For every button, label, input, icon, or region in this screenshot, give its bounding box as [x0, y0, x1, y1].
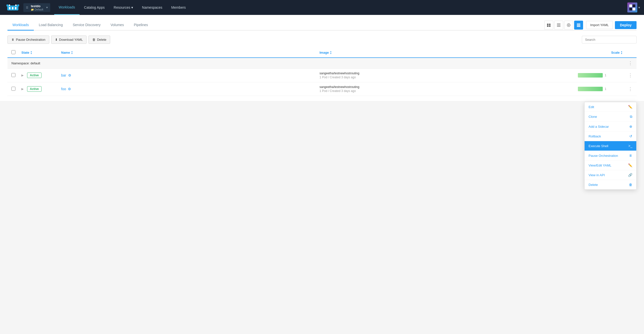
delete-icon: 🗑 [92, 38, 96, 41]
row-foo-menu-button[interactable]: ⋮ [622, 86, 632, 92]
foo-scale-bar [578, 87, 603, 91]
namespace-group-row: Namespace: default ⋮ [8, 58, 636, 69]
svg-rect-4 [12, 7, 14, 9]
row-bar-state-badge: Active [27, 72, 42, 78]
avatar-dropdown-arrow[interactable]: ▾ [638, 5, 640, 9]
delete-button[interactable]: 🗑 Delete [88, 35, 110, 44]
row-foo-scale: 1 [578, 87, 622, 91]
header-scale[interactable]: Scale ▲▼ [578, 51, 622, 55]
header-state[interactable]: State ▲▼ [22, 51, 61, 55]
header-checkbox-cell [12, 50, 22, 55]
view-table-icon[interactable] [574, 21, 583, 29]
deploy-button[interactable]: Deploy [615, 21, 636, 29]
name-sort-arrows: ▲▼ [71, 51, 73, 55]
top-navigation: ☰ testdo 📁 Default ▾ Workloads Catalog A… [0, 0, 644, 15]
svg-point-6 [9, 4, 10, 6]
header-image[interactable]: Image ▲▼ [320, 51, 578, 55]
view-list-icon[interactable] [554, 21, 563, 29]
nav-right: ▾ [627, 2, 640, 12]
bar-k8s-icon: ⚙ [68, 73, 72, 77]
svg-rect-18 [577, 26, 580, 27]
project-sub: 📁 Default [31, 8, 43, 11]
tab-workloads[interactable]: Workloads [8, 20, 34, 30]
row-bar-scale: 1 [578, 73, 622, 77]
nav-catalog-apps[interactable]: Catalog Apps [80, 0, 109, 15]
svg-rect-14 [557, 26, 560, 26]
namespace-label: Namespace: default [12, 61, 40, 65]
row-bar-state-cell: ▶ Active [22, 72, 61, 78]
tab-load-balancing[interactable]: Load Balancing [34, 20, 68, 30]
pause-icon: ⏸ [11, 38, 14, 41]
svg-rect-9 [549, 24, 550, 25]
nav-members[interactable]: Members [167, 0, 190, 15]
sub-navigation: Workloads Load Balancing Service Discove… [8, 20, 636, 30]
image-sort-arrows: ▲▼ [330, 51, 332, 55]
view-grouped-icon[interactable] [544, 21, 553, 29]
svg-rect-1 [6, 4, 8, 6]
scale-sort-arrows: ▲▼ [621, 51, 622, 55]
tab-volumes[interactable]: Volumes [106, 20, 129, 30]
row-bar-menu-button[interactable]: ⋮ [622, 72, 632, 78]
project-name: testdo [31, 4, 43, 8]
nav-items: Workloads Catalog Apps Resources ▾ Names… [54, 0, 627, 15]
namespace-menu-button[interactable]: ⋮ [628, 60, 632, 66]
row-bar-checkbox [12, 73, 22, 78]
row-foo-state-cell: ▶ Active [22, 86, 61, 92]
row-bar-select[interactable] [12, 73, 16, 77]
svg-rect-10 [547, 25, 548, 27]
table-row: ▶ Active foo ⚙ sangeetha/testnewhostrout… [8, 82, 636, 96]
logo[interactable] [4, 1, 22, 14]
tab-service-discovery[interactable]: Service Discovery [68, 20, 106, 30]
bar-scale-bar [578, 73, 603, 77]
svg-rect-12 [557, 24, 560, 24]
search-input[interactable] [582, 36, 636, 43]
bar-scale-num: 1 [605, 73, 606, 77]
svg-rect-11 [549, 25, 550, 27]
row-foo-select[interactable] [12, 87, 16, 91]
nav-workloads[interactable]: Workloads [54, 0, 80, 15]
main-content: Workloads Load Balancing Service Discove… [0, 15, 644, 101]
row-bar-expand[interactable]: ▶ [22, 73, 24, 77]
project-selector[interactable]: ☰ testdo 📁 Default ▾ [23, 3, 50, 12]
svg-point-7 [15, 4, 17, 6]
svg-rect-3 [9, 7, 10, 9]
row-bar-name[interactable]: bar ⚙ [61, 73, 320, 77]
user-avatar[interactable] [627, 2, 637, 12]
svg-rect-2 [17, 4, 19, 6]
table-row: ▶ Active bar ⚙ sangeetha/testnewhostrout… [8, 69, 636, 82]
toolbar: ⏸ Pause Orchestration ⬇ Download YAML 🗑 … [8, 35, 636, 44]
tab-pipelines[interactable]: Pipelines [129, 20, 153, 30]
select-all-checkbox[interactable] [12, 50, 16, 54]
row-foo-image: sangeetha/testnewhostrouting 1 Pod / Cre… [320, 85, 578, 93]
sub-nav-actions: Import YAML Deploy [544, 21, 636, 29]
foo-scale-num: 1 [605, 87, 606, 91]
svg-rect-8 [547, 24, 548, 25]
project-dropdown-arrow: ▾ [46, 6, 48, 9]
row-foo-state-badge: Active [27, 86, 42, 92]
state-sort-arrows: ▲▼ [30, 51, 32, 55]
svg-rect-5 [15, 7, 16, 9]
nav-resources[interactable]: Resources ▾ [109, 0, 138, 15]
row-foo-expand[interactable]: ▶ [22, 87, 24, 91]
row-bar-image: sangeetha/testnewhostrouting 1 Pod / Cre… [320, 71, 578, 79]
header-name[interactable]: Name ▲▼ [61, 51, 320, 55]
svg-rect-13 [557, 25, 560, 25]
row-foo-checkbox [12, 87, 22, 91]
download-yaml-button[interactable]: ⬇ Download YAML [51, 35, 87, 44]
row-foo-name[interactable]: foo ⚙ [61, 87, 320, 91]
view-compact-icon[interactable] [564, 21, 573, 29]
download-icon: ⬇ [55, 38, 58, 41]
foo-k8s-icon: ⚙ [68, 87, 71, 91]
nav-namespaces[interactable]: Namespaces [138, 0, 167, 15]
pause-orchestration-button[interactable]: ⏸ Pause Orchestration [8, 35, 49, 44]
import-yaml-button[interactable]: Import YAML [586, 21, 613, 29]
workloads-table: State ▲▼ Name ▲▼ Image ▲▼ Scale ▲▼ Names… [8, 48, 636, 96]
resources-dropdown-arrow: ▾ [131, 5, 133, 9]
svg-rect-17 [577, 25, 580, 25]
svg-rect-16 [577, 24, 580, 24]
table-header: State ▲▼ Name ▲▼ Image ▲▼ Scale ▲▼ [8, 48, 636, 58]
